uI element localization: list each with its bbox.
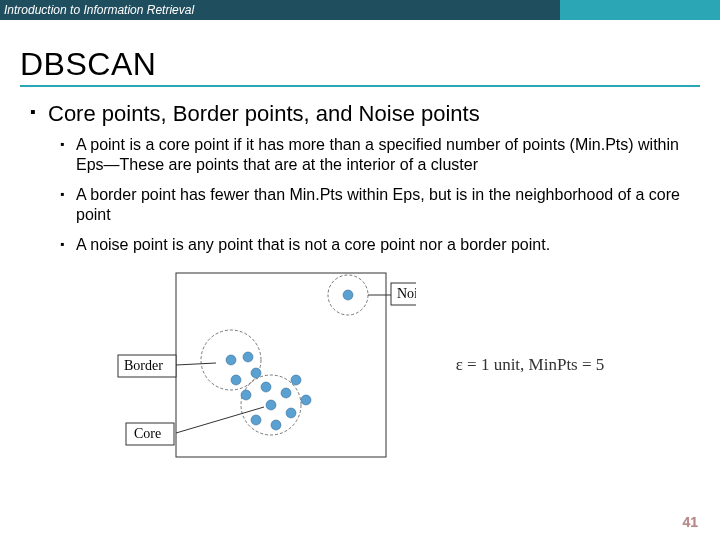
svg-point-18 bbox=[291, 375, 301, 385]
svg-point-12 bbox=[266, 400, 276, 410]
diagram-row: Noise Border Co bbox=[20, 265, 700, 465]
page-title: DBSCAN bbox=[20, 46, 700, 83]
svg-point-16 bbox=[271, 420, 281, 430]
svg-point-2 bbox=[343, 290, 353, 300]
dbscan-diagram: Noise Border Co bbox=[116, 265, 416, 465]
section-heading: Core points, Border points, and Noise po… bbox=[30, 101, 700, 127]
header-course: Introduction to Information Retrieval bbox=[0, 3, 194, 17]
bullet-core: A point is a core point if it has more t… bbox=[60, 135, 700, 175]
label-noise: Noise bbox=[397, 286, 416, 301]
svg-point-8 bbox=[243, 352, 253, 362]
svg-point-19 bbox=[301, 395, 311, 405]
title-rule bbox=[20, 85, 700, 87]
label-border: Border bbox=[124, 358, 163, 373]
svg-point-10 bbox=[251, 368, 261, 378]
svg-line-20 bbox=[176, 363, 216, 365]
label-core: Core bbox=[134, 426, 161, 441]
svg-point-15 bbox=[286, 408, 296, 418]
svg-rect-0 bbox=[176, 273, 386, 457]
page-number: 41 bbox=[682, 514, 698, 530]
header-bar: Introduction to Information Retrieval bbox=[0, 0, 720, 20]
svg-point-17 bbox=[251, 415, 261, 425]
formula-text: ε = 1 unit, MinPts = 5 bbox=[456, 355, 605, 375]
svg-point-13 bbox=[261, 382, 271, 392]
bullet-noise: A noise point is any point that is not a… bbox=[60, 235, 700, 255]
svg-point-11 bbox=[241, 390, 251, 400]
header-accent bbox=[560, 0, 720, 20]
svg-point-14 bbox=[281, 388, 291, 398]
svg-point-9 bbox=[231, 375, 241, 385]
slide-body: DBSCAN Core points, Border points, and N… bbox=[0, 46, 720, 465]
svg-point-7 bbox=[226, 355, 236, 365]
bullet-border: A border point has fewer than Min.Pts wi… bbox=[60, 185, 700, 225]
